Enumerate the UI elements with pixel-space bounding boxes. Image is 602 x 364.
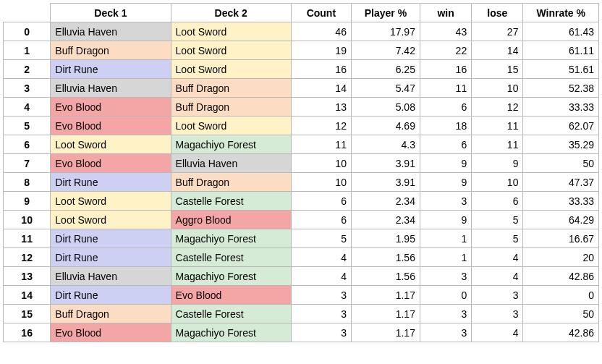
cell-deck1: Loot Sword (51, 192, 171, 211)
cell-player-pct: 3.91 (351, 154, 420, 173)
cell-player-pct: 7.42 (351, 41, 420, 60)
cell-winrate: 64.29 (523, 211, 599, 229)
cell-winrate: 47.37 (523, 173, 599, 192)
table-row: 9Loot SwordCastelle Forest62.343633.33 (4, 192, 599, 211)
cell-deck1: Loot Sword (51, 135, 171, 154)
cell-count: 10 (291, 173, 351, 192)
cell-deck2: Castelle Forest (171, 305, 291, 323)
cell-win: 6 (420, 135, 471, 154)
cell-player-pct: 1.95 (351, 229, 420, 248)
cell-winrate: 20 (523, 248, 599, 267)
table-row: 0Elluvia HavenLoot Sword4617.97432761.43 (4, 22, 599, 41)
cell-lose: 3 (472, 286, 523, 305)
cell-player-pct: 4.3 (351, 135, 420, 154)
cell-count: 10 (291, 154, 351, 173)
cell-deck2: Magachiyo Forest (171, 135, 291, 154)
cell-deck1: Dirt Rune (51, 286, 171, 305)
cell-win: 16 (420, 60, 471, 79)
table-row: 8Dirt RuneBuff Dragon103.9191047.37 (4, 173, 599, 192)
cell-player-pct: 3.91 (351, 173, 420, 192)
table-row: 5Evo BloodLoot Sword124.69181162.07 (4, 117, 599, 135)
cell-deck2: Buff Dragon (171, 79, 291, 98)
cell-winrate: 33.33 (523, 192, 599, 211)
cell-win: 6 (420, 98, 471, 117)
cell-player-pct: 4.69 (351, 117, 420, 135)
cell-winrate: 52.38 (523, 79, 599, 98)
cell-deck2: Magachiyo Forest (171, 229, 291, 248)
cell-winrate: 0 (523, 286, 599, 305)
cell-winrate: 50 (523, 154, 599, 173)
cell-lose: 5 (472, 229, 523, 248)
cell-lose: 6 (472, 192, 523, 211)
cell-win: 43 (420, 22, 471, 41)
cell-winrate: 62.07 (523, 117, 599, 135)
col-header-win: win (420, 4, 471, 22)
col-header-deck1: Deck 1 (51, 4, 171, 22)
cell-lose: 10 (472, 173, 523, 192)
row-index: 8 (4, 173, 51, 192)
cell-lose: 11 (472, 117, 523, 135)
cell-deck2: Magachiyo Forest (171, 323, 291, 342)
cell-win: 9 (420, 154, 471, 173)
table-row: 15Buff DragonCastelle Forest31.173350 (4, 305, 599, 323)
row-index: 0 (4, 22, 51, 41)
cell-lose: 9 (472, 154, 523, 173)
cell-player-pct: 17.97 (351, 22, 420, 41)
cell-win: 3 (420, 192, 471, 211)
cell-count: 5 (291, 229, 351, 248)
table-header: Deck 1 Deck 2 Count Player % win lose Wi… (4, 4, 599, 22)
cell-count: 4 (291, 267, 351, 286)
cell-deck1: Evo Blood (51, 154, 171, 173)
cell-win: 3 (420, 267, 471, 286)
cell-winrate: 61.11 (523, 41, 599, 60)
cell-deck1: Evo Blood (51, 98, 171, 117)
cell-count: 3 (291, 286, 351, 305)
cell-deck2: Buff Dragon (171, 173, 291, 192)
cell-player-pct: 1.17 (351, 286, 420, 305)
cell-deck1: Loot Sword (51, 211, 171, 229)
cell-deck1: Dirt Rune (51, 173, 171, 192)
deck-stats-table: Deck 1 Deck 2 Count Player % win lose Wi… (3, 3, 599, 342)
row-index: 6 (4, 135, 51, 154)
table-row: 13Elluvia HavenMagachiyo Forest41.563442… (4, 267, 599, 286)
row-index: 1 (4, 41, 51, 60)
col-header-index (4, 4, 51, 22)
cell-lose: 12 (472, 98, 523, 117)
cell-winrate: 16.67 (523, 229, 599, 248)
cell-deck1: Dirt Rune (51, 248, 171, 267)
cell-deck1: Dirt Rune (51, 60, 171, 79)
col-header-deck2: Deck 2 (171, 4, 291, 22)
table-row: 6Loot SwordMagachiyo Forest114.361135.29 (4, 135, 599, 154)
table-row: 16Evo BloodMagachiyo Forest31.173442.86 (4, 323, 599, 342)
table-row: 10Loot SwordAggro Blood62.349564.29 (4, 211, 599, 229)
cell-lose: 3 (472, 305, 523, 323)
cell-win: 22 (420, 41, 471, 60)
table-row: 2Dirt RuneLoot Sword166.25161551.61 (4, 60, 599, 79)
cell-deck2: Loot Sword (171, 60, 291, 79)
cell-deck2: Castelle Forest (171, 248, 291, 267)
cell-deck1: Elluvia Haven (51, 79, 171, 98)
cell-player-pct: 5.08 (351, 98, 420, 117)
cell-player-pct: 6.25 (351, 60, 420, 79)
cell-winrate: 35.29 (523, 135, 599, 154)
row-index: 13 (4, 267, 51, 286)
cell-lose: 4 (472, 248, 523, 267)
cell-count: 13 (291, 98, 351, 117)
cell-lose: 15 (472, 60, 523, 79)
cell-win: 0 (420, 286, 471, 305)
table-row: 12Dirt RuneCastelle Forest41.561420 (4, 248, 599, 267)
cell-count: 16 (291, 60, 351, 79)
col-header-lose: lose (472, 4, 523, 22)
cell-lose: 14 (472, 41, 523, 60)
cell-count: 14 (291, 79, 351, 98)
cell-deck2: Loot Sword (171, 41, 291, 60)
cell-player-pct: 1.17 (351, 305, 420, 323)
cell-deck2: Evo Blood (171, 286, 291, 305)
cell-deck1: Evo Blood (51, 323, 171, 342)
cell-deck2: Aggro Blood (171, 211, 291, 229)
cell-count: 6 (291, 211, 351, 229)
cell-deck2: Magachiyo Forest (171, 267, 291, 286)
row-index: 9 (4, 192, 51, 211)
cell-count: 4 (291, 248, 351, 267)
cell-lose: 11 (472, 135, 523, 154)
